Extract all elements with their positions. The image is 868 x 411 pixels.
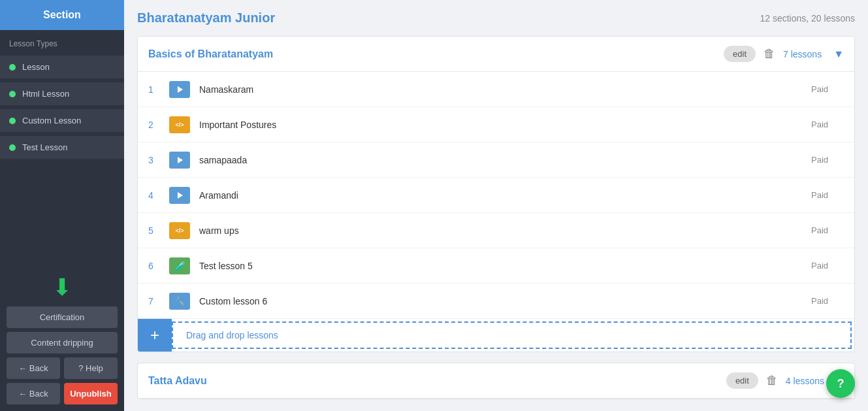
lesson-name-7: Custom lesson 6 (199, 296, 811, 306)
section-card-1: Basics of Bharatanatyam edit 🗑 7 lessons… (137, 36, 855, 352)
lesson-status-2: Paid (811, 120, 844, 129)
html-lesson-label: Html Lesson (22, 89, 69, 99)
page-header: Bharatanatyam Junior 12 sections, 20 les… (137, 10, 855, 25)
lesson-name-6: Test lesson 5 (199, 261, 811, 271)
help-button[interactable]: ? Help (64, 357, 118, 379)
video-icon-1 (169, 81, 190, 98)
sidebar-item-test-lesson[interactable]: Test Lesson (0, 136, 124, 159)
custom-lesson-label: Custom Lesson (22, 116, 81, 125)
chat-bubble[interactable]: ? (826, 369, 855, 398)
section-actions-1: edit 🗑 7 lessons ▼ (724, 46, 844, 62)
page-title: Bharatanatyam Junior (137, 10, 275, 25)
html-icon-2: </> (169, 116, 190, 133)
video-icon-4 (169, 187, 190, 204)
lesson-label: Lesson (22, 62, 50, 72)
lesson-dot (9, 64, 16, 71)
lesson-name-3: samapaada (199, 155, 811, 165)
drag-drop-area-1[interactable]: Drag and drop lessons (172, 321, 852, 349)
lesson-name-4: Aramandi (199, 190, 811, 201)
section-lessons-count-2: 4 lessons (786, 376, 824, 386)
sidebar-bottom-buttons: Certification Content dripping ← Back ? … (0, 303, 124, 411)
section-edit-button-1[interactable]: edit (724, 46, 756, 62)
test-icon-6: 🧪 (169, 257, 190, 274)
section-delete-icon-1[interactable]: 🗑 (764, 47, 775, 61)
lesson-num-3: 3 (148, 155, 168, 165)
section-title-1: Basics of Bharatanatyam (148, 48, 724, 60)
chat-bubble-icon: ? (837, 377, 844, 391)
section-delete-icon-2[interactable]: 🗑 (766, 374, 778, 387)
section-chevron-icon-1[interactable]: ▼ (833, 48, 844, 60)
sidebar-item-custom-lesson[interactable]: Custom Lesson (0, 109, 124, 132)
lesson-icon-5: </> (168, 222, 191, 240)
arrow-area: ⬇ (0, 269, 124, 303)
lesson-icon-4 (168, 186, 191, 205)
video-icon-3 (169, 152, 190, 169)
lesson-row-4: 4 Aramandi Paid (138, 178, 854, 213)
add-lesson-row-1: + Drag and drop lessons (138, 319, 854, 352)
lesson-types-label: Lesson Types (0, 30, 124, 54)
lesson-num-6: 6 (148, 261, 168, 271)
back-button[interactable]: ← Back (7, 383, 60, 404)
certification-button[interactable]: Certification (7, 306, 118, 328)
lesson-row-1: 1 Namaskaram Paid (138, 72, 854, 107)
lesson-name-5: warm ups (199, 225, 811, 236)
lesson-name-1: Namaskaram (199, 84, 811, 95)
custom-lesson-dot (9, 118, 16, 124)
add-lesson-button-1[interactable]: + (138, 319, 172, 352)
lesson-status-3: Paid (811, 155, 844, 165)
lesson-icon-6: 🧪 (168, 257, 191, 275)
test-lesson-dot (9, 144, 16, 151)
custom-icon-7: 🔧 (169, 293, 190, 310)
lesson-icon-1 (168, 80, 191, 99)
unpublish-button[interactable]: Unpublish (64, 383, 118, 404)
lesson-row-2: 2 </> Important Postures Paid (138, 107, 854, 142)
lesson-icon-7: 🔧 (168, 292, 191, 310)
lesson-icon-3 (168, 151, 191, 169)
html-lesson-dot (9, 91, 16, 97)
section-header-1: Basics of Bharatanatyam edit 🗑 7 lessons… (138, 37, 854, 72)
sidebar-item-lesson[interactable]: Lesson (0, 56, 124, 78)
bottom-btn-row: ← Back ? Help (7, 357, 118, 379)
lesson-row-3: 3 samapaada Paid (138, 142, 854, 178)
test-lesson-label: Test Lesson (22, 142, 67, 152)
html-icon-5: </> (169, 222, 190, 239)
section-card-2: Tatta Adavu edit 🗑 4 lessons ▶ (137, 363, 855, 399)
lesson-status-5: Paid (811, 225, 844, 235)
section-button[interactable]: Section (0, 0, 124, 30)
content-dripping-button[interactable]: Content dripping (7, 332, 118, 353)
lesson-icon-2: </> (168, 116, 191, 134)
lesson-row-5: 5 </> warm ups Paid (138, 213, 854, 248)
lesson-status-7: Paid (811, 296, 844, 306)
sidebar-item-html-lesson[interactable]: Html Lesson (0, 82, 124, 105)
lesson-name-2: Important Postures (199, 120, 811, 130)
lesson-num-2: 2 (148, 120, 168, 130)
lesson-row-6: 6 🧪 Test lesson 5 Paid (138, 248, 854, 284)
lesson-num-4: 4 (148, 190, 168, 201)
main-content: Bharatanatyam Junior 12 sections, 20 les… (124, 0, 868, 411)
drag-drop-label-1: Drag and drop lessons (186, 330, 278, 340)
sidebar: Section Lesson Types Lesson Html Lesson … (0, 0, 124, 411)
lesson-status-1: Paid (811, 84, 844, 94)
lesson-num-1: 1 (148, 84, 168, 95)
publish-btn-row: ← Back Unpublish (7, 383, 118, 404)
green-arrow-icon: ⬇ (52, 276, 72, 299)
section-lessons-count-1: 7 lessons (783, 49, 822, 59)
section-title-2: Tatta Adavu (148, 375, 726, 387)
lesson-num-5: 5 (148, 225, 168, 236)
section-edit-button-2[interactable]: edit (726, 372, 758, 389)
lesson-num-7: 7 (148, 296, 168, 306)
section-header-2: Tatta Adavu edit 🗑 4 lessons ▶ (138, 363, 854, 399)
lesson-status-4: Paid (811, 190, 844, 200)
settings-button[interactable]: ← Back (7, 357, 60, 379)
lesson-row-7: 7 🔧 Custom lesson 6 Paid (138, 284, 854, 319)
page-subtitle: 12 sections, 20 lessons (760, 13, 855, 24)
lesson-status-6: Paid (811, 261, 844, 271)
